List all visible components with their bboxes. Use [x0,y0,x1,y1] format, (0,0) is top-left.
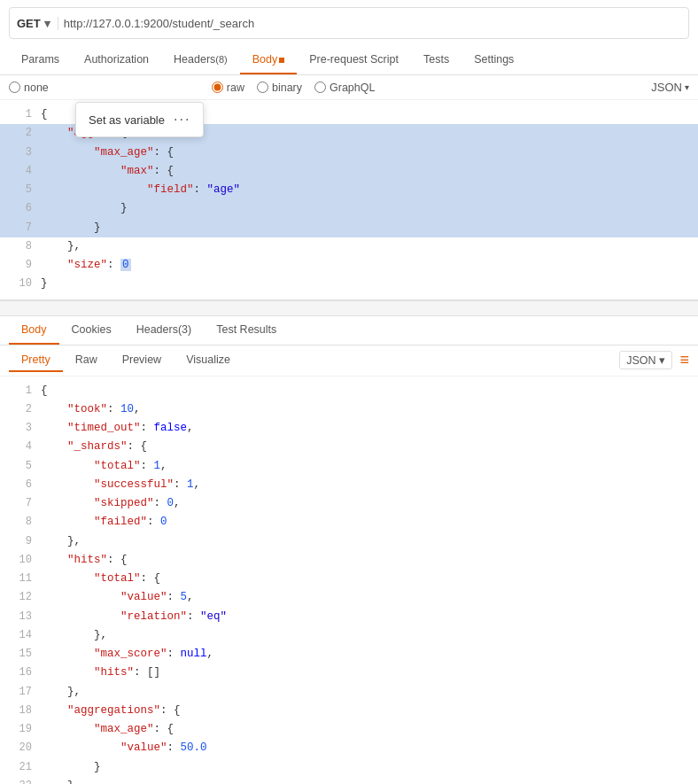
resp-line-4: 4 "_shards": { [0,438,698,456]
resp-line-16: 16 "hits": [] [0,664,698,682]
resp-line-2: 2 "took": 10, [0,400,698,419]
resp-line-19: 19 "max_age": { [0,720,698,739]
rtoolbar-raw[interactable]: Raw [63,349,110,372]
tab-tests[interactable]: Tests [411,46,461,74]
resp-line-22: 22 } [0,777,698,784]
tab-headers[interactable]: Headers(8) [161,46,240,74]
none-option[interactable]: none [9,82,49,94]
rtab-headers[interactable]: Headers(3) [124,316,205,345]
rtab-body[interactable]: Body [9,316,59,345]
response-code-editor[interactable]: 1 { 2 "took": 10, 3 "timed_out": false, … [0,376,698,785]
json-format-dropdown[interactable]: JSON ▾ [651,81,689,94]
resp-line-20: 20 "value": 50.0 [0,739,698,757]
req-line-7: 7 } [0,219,698,237]
tab-settings[interactable]: Settings [461,46,526,74]
body-options: none Set as variable ··· raw binary Grap… [0,75,698,100]
rtoolbar-visualize[interactable]: Visualize [174,349,243,372]
raw-option[interactable]: raw [212,82,244,94]
resp-line-11: 11 "total": { [0,570,698,588]
response-format-select[interactable]: JSON ▾ [619,351,672,369]
resp-line-21: 21 } [0,758,698,777]
resp-line-15: 15 "max_score": null, [0,645,698,664]
graphql-option[interactable]: GraphQL [314,82,375,94]
json-dropdown-icon: ▾ [685,82,689,92]
rtab-test-results[interactable]: Test Results [204,316,289,345]
resp-line-8: 8 "failed": 0 [0,513,698,532]
url-input[interactable] [64,17,681,30]
req-line-10: 10 } [0,275,698,293]
more-options-icon[interactable]: ··· [174,112,190,128]
resp-line-18: 18 "aggregations": { [0,702,698,720]
resp-line-14: 14 }, [0,626,698,645]
format-dropdown-icon: ▾ [659,353,665,367]
resp-line-12: 12 "value": 5, [0,588,698,607]
req-line-5: 5 "field": "age" [0,181,698,199]
response-tabs: Body Cookies Headers(3) Test Results [0,316,698,345]
rtab-cookies[interactable]: Cookies [59,316,124,345]
rtoolbar-preview[interactable]: Preview [110,349,174,372]
method-chevron-icon: ▾ [44,17,50,30]
resp-line-13: 13 "relation": "eq" [0,608,698,626]
response-toolbar: Pretty Raw Preview Visualize JSON ▾ ≡ [0,345,698,376]
method-label: GET [17,17,41,30]
binary-option[interactable]: binary [257,82,302,94]
req-line-6: 6 } [0,199,698,218]
resp-line-9: 9 }, [0,532,698,551]
req-line-9: 9 "size": 0 [0,256,698,275]
resp-line-3: 3 "timed_out": false, [0,419,698,438]
section-divider [0,300,698,316]
tab-params[interactable]: Params [9,46,72,74]
tab-body[interactable]: Body [240,46,298,74]
resp-line-1: 1 { [0,382,698,400]
req-line-8: 8 }, [0,237,698,256]
method-select[interactable]: GET ▾ [17,17,58,30]
resp-line-10: 10 "hits": { [0,551,698,570]
resp-line-7: 7 "skipped": 0, [0,494,698,513]
request-tabs: Params Authorization Headers(8) Body Pre… [0,46,698,75]
tab-authorization[interactable]: Authorization [72,46,161,74]
context-popup: Set as variable ··· [75,102,204,137]
resp-line-17: 17 }, [0,683,698,702]
resp-line-6: 6 "successful": 1, [0,476,698,494]
req-line-3: 3 "max_age": { [0,144,698,162]
tab-pre-request[interactable]: Pre-request Script [297,46,411,74]
url-bar: GET ▾ [9,7,689,39]
resp-line-5: 5 "total": 1, [0,457,698,476]
rtoolbar-pretty[interactable]: Pretty [9,349,63,372]
req-line-4: 4 "max": { [0,162,698,181]
filter-icon[interactable]: ≡ [679,351,689,369]
set-as-variable-label: Set as variable [89,113,165,127]
